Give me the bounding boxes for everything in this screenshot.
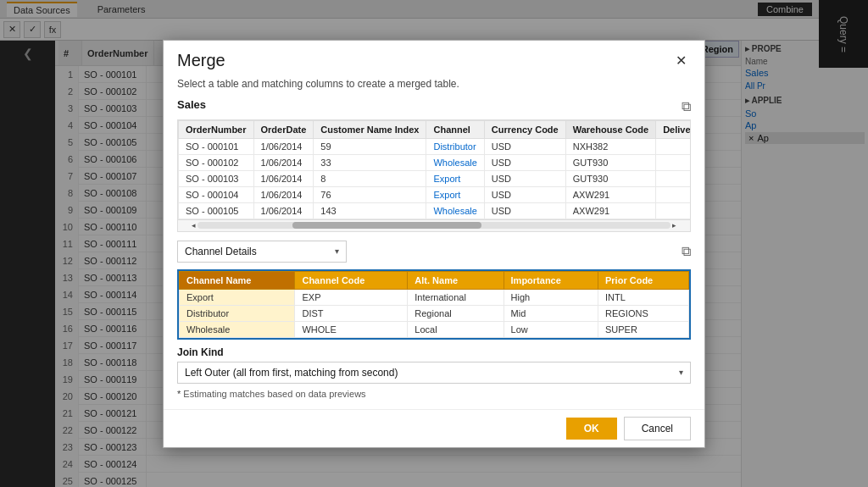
sales-copy-icon[interactable]: ⧉	[682, 99, 691, 114]
sales-col-header[interactable]: Currency Code	[484, 120, 565, 138]
channel-table-cell: WHOLE	[295, 321, 408, 337]
sales-table-row: SO - 0001031/06/20148ExportUSDGUT930	[179, 170, 691, 186]
sales-table-scroll: OrderNumberOrderDateCustomer Name IndexC…	[178, 120, 690, 219]
sales-table-cell: SO - 000104	[179, 186, 254, 202]
ok-button[interactable]: OK	[566, 418, 617, 440]
sales-table-cell	[656, 138, 690, 154]
sales-col-header[interactable]: Delivery R	[656, 120, 690, 138]
channel-col-header[interactable]: Prior Code	[598, 271, 689, 289]
sales-table-cell: 8	[314, 170, 426, 186]
sales-col-header[interactable]: Warehouse Code	[565, 120, 655, 138]
channel-table-cell: Local	[408, 321, 504, 337]
modal-footer: OK Cancel	[164, 409, 704, 447]
channel-col-header[interactable]: Alt. Name	[408, 271, 504, 289]
channel-table-row: ExportEXPInternationalHighINTL	[180, 289, 689, 305]
sales-table-cell: USD	[484, 202, 565, 219]
merge-modal: Merge ✕ Select a table and matching colu…	[163, 40, 705, 448]
sales-scroll-bar[interactable]: ◂ ▸	[178, 219, 690, 231]
sales-table-cell	[656, 154, 690, 170]
channel-dropdown-value: Channel Details	[185, 246, 257, 257]
scroll-thumb	[292, 222, 481, 229]
sales-table-cell: Distributor	[426, 138, 484, 154]
channel-col-header[interactable]: Channel Code	[295, 271, 408, 289]
sales-table-cell: AXW291	[565, 186, 655, 202]
sales-table-cell: USD	[484, 170, 565, 186]
sales-table-cell: Wholesale	[426, 202, 484, 219]
modal-body: Sales ⧉ OrderNumberOrderDateCustomer Nam…	[164, 98, 704, 409]
modal-overlay: Merge ✕ Select a table and matching colu…	[0, 0, 868, 487]
sales-table-cell	[656, 170, 690, 186]
sales-table-cell: SO - 000105	[179, 202, 254, 219]
channel-table-cell: Distributor	[180, 305, 295, 321]
sales-col-header[interactable]: OrderDate	[253, 120, 314, 138]
channel-table-row: WholesaleWHOLELocalLowSUPER	[180, 321, 689, 337]
channel-table-cell: REGIONS	[598, 305, 689, 321]
channel-table-container: Channel NameChannel CodeAlt. NameImporta…	[177, 269, 691, 340]
sales-table-cell: USD	[484, 138, 565, 154]
channel-table-cell: International	[408, 289, 504, 305]
channel-copy-icon[interactable]: ⧉	[682, 244, 691, 259]
sales-table-container: OrderNumberOrderDateCustomer Name IndexC…	[177, 119, 691, 232]
sales-table-cell: 1/06/2014	[253, 138, 314, 154]
sales-table-cell: 143	[314, 202, 426, 219]
sales-table-cell: USD	[484, 186, 565, 202]
modal-close-button[interactable]: ✕	[670, 51, 691, 71]
channel-table-cell: High	[504, 289, 598, 305]
sales-table: OrderNumberOrderDateCustomer Name IndexC…	[178, 120, 690, 219]
channel-table: Channel NameChannel CodeAlt. NameImporta…	[179, 271, 689, 338]
sales-table-row: SO - 0001021/06/201433WholesaleUSDGUT930	[179, 154, 691, 170]
channel-table-row: DistributorDISTRegionalMidREGIONS	[180, 305, 689, 321]
join-kind-value: Left Outer (all from first, matching fro…	[185, 367, 398, 379]
sales-col-header[interactable]: Channel	[426, 120, 484, 138]
sales-table-cell	[656, 202, 690, 219]
sales-table-cell: 1/06/2014	[253, 186, 314, 202]
scroll-left-arrow[interactable]: ◂	[190, 221, 198, 230]
modal-title: Merge	[177, 51, 225, 70]
channel-table-cell: Regional	[408, 305, 504, 321]
sales-table-cell: 76	[314, 186, 426, 202]
sales-col-header[interactable]: Customer Name Index	[314, 120, 426, 138]
sales-table-cell: Wholesale	[426, 154, 484, 170]
channel-dropdown-container: Channel Details ▾ ⧉	[177, 241, 691, 263]
channel-col-header[interactable]: Importance	[504, 271, 598, 289]
sales-table-cell: 1/06/2014	[253, 154, 314, 170]
sales-table-cell: NXH382	[565, 138, 655, 154]
scroll-right-arrow[interactable]: ▸	[670, 221, 678, 230]
sales-section-label: Sales	[177, 98, 206, 111]
channel-table-cell: SUPER	[598, 321, 689, 337]
sales-table-cell: AXW291	[565, 202, 655, 219]
sales-table-cell: 1/06/2014	[253, 202, 314, 219]
channel-table-cell: Low	[504, 321, 598, 337]
cancel-button[interactable]: Cancel	[624, 417, 691, 440]
sales-col-header[interactable]: OrderNumber	[179, 120, 254, 138]
sales-table-cell: GUT930	[565, 154, 655, 170]
sales-table-cell: 1/06/2014	[253, 170, 314, 186]
join-dropdown-arrow-icon: ▾	[679, 368, 683, 377]
sales-table-row: SO - 0001051/06/2014143WholesaleUSDAXW29…	[179, 202, 691, 219]
sales-table-cell: SO - 000103	[179, 170, 254, 186]
join-kind-label: Join Kind	[177, 346, 691, 358]
sales-table-row: SO - 0001011/06/201459DistributorUSDNXH3…	[179, 138, 691, 154]
sales-table-cell: SO - 000102	[179, 154, 254, 170]
channel-table-cell: Export	[180, 289, 295, 305]
modal-titlebar: Merge ✕	[164, 41, 704, 78]
channel-table-cell: INTL	[598, 289, 689, 305]
dropdown-arrow-icon: ▾	[335, 246, 339, 256]
channel-table-cell: EXP	[295, 289, 408, 305]
channel-dropdown[interactable]: Channel Details ▾	[177, 241, 347, 263]
channel-table-cell: Mid	[504, 305, 598, 321]
modal-subtitle: Select a table and matching columns to c…	[164, 78, 704, 98]
channel-col-header[interactable]: Channel Name	[180, 271, 295, 289]
channel-table-cell: Wholesale	[180, 321, 295, 337]
sales-table-cell: 59	[314, 138, 426, 154]
scroll-track	[198, 222, 670, 229]
sales-table-cell: 33	[314, 154, 426, 170]
join-kind-dropdown[interactable]: Left Outer (all from first, matching fro…	[177, 362, 691, 384]
sales-table-cell: Export	[426, 170, 484, 186]
sales-table-cell: USD	[484, 154, 565, 170]
sales-table-cell: GUT930	[565, 170, 655, 186]
estimate-note: Estimating matches based on data preview…	[177, 389, 691, 399]
channel-table-cell: DIST	[295, 305, 408, 321]
join-kind-section: Join Kind Left Outer (all from first, ma…	[177, 346, 691, 399]
sales-table-row: SO - 0001041/06/201476ExportUSDAXW291	[179, 186, 691, 202]
